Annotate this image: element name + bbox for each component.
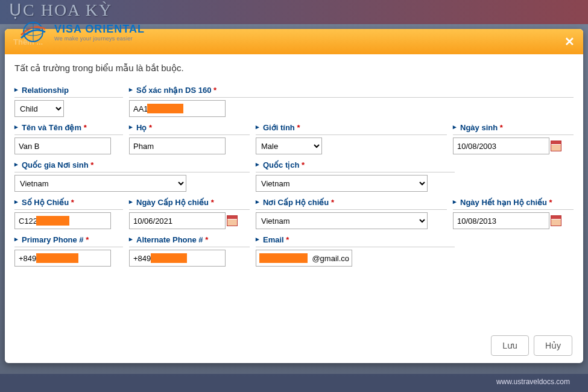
last-name-input[interactable] xyxy=(129,138,226,154)
label-passport-expiry: Ngày Hết hạn Hộ chiếu * xyxy=(453,195,574,210)
label-relationship: Relationship xyxy=(14,83,123,98)
gender-select[interactable]: Male xyxy=(256,138,322,154)
redaction-overlay xyxy=(36,253,78,263)
label-passport-place: Nơi Cấp Hộ chiếu * xyxy=(256,195,447,210)
label-email: Email * xyxy=(256,233,455,247)
form-modal: Thêm ... ✕ Tất cả trường trong biểu mẫu … xyxy=(5,29,583,363)
label-last: Họ * xyxy=(129,121,250,135)
logo-watermark: VISA ORIENTAL We make your journeys easi… xyxy=(18,17,145,47)
relationship-select[interactable]: Child xyxy=(14,100,64,117)
redaction-overlay xyxy=(259,253,308,263)
redaction-overlay xyxy=(147,104,183,113)
redaction-overlay xyxy=(36,216,69,226)
background-footer: www.ustraveldocs.com xyxy=(0,374,588,392)
modal-body: Tất cả trường trong biểu mẫu là bắt buộc… xyxy=(5,54,583,328)
save-button[interactable]: Lưu xyxy=(491,335,529,356)
label-birth-country: Quốc gia Nơi sinh * xyxy=(14,158,250,172)
birth-country-select[interactable]: Vietnam xyxy=(14,175,186,192)
label-first-middle: Tên và Tên đệm * xyxy=(14,121,123,135)
label-primary-phone: Primary Phone # * xyxy=(14,233,123,247)
passport-expiry-input[interactable] xyxy=(453,212,549,229)
logo-sub-text: We make your journeys easier xyxy=(54,36,145,42)
cancel-button[interactable]: Hủy xyxy=(534,335,572,356)
label-dob: Ngày sinh * xyxy=(453,121,574,135)
passport-place-select[interactable]: Vietnam xyxy=(256,212,428,229)
label-passport-issue: Ngày Cấp Hộ chiếu * xyxy=(129,195,250,210)
logo-main-text: VISA ORIENTAL xyxy=(54,23,145,36)
globe-swoosh-icon xyxy=(18,17,48,47)
calendar-icon[interactable] xyxy=(551,141,561,151)
label-gender: Giới tính * xyxy=(256,121,447,135)
dob-input[interactable] xyxy=(453,138,549,154)
passport-issue-input[interactable] xyxy=(129,212,226,229)
nationality-select[interactable]: Vietnam xyxy=(256,175,428,192)
redaction-overlay xyxy=(151,253,187,263)
modal-footer: Lưu Hủy xyxy=(5,328,583,363)
form-required-note: Tất cả trường trong biểu mẫu là bắt buộc… xyxy=(14,63,574,74)
label-alt-phone: Alternate Phone # * xyxy=(129,233,250,247)
label-ds160: Số xác nhận DS 160 * xyxy=(129,83,574,98)
label-nationality: Quốc tịch * xyxy=(256,158,455,172)
calendar-icon[interactable] xyxy=(227,215,238,226)
calendar-icon[interactable] xyxy=(551,215,561,226)
label-passport-no: Số Hộ Chiếu * xyxy=(14,195,123,210)
first-middle-input[interactable] xyxy=(14,138,111,154)
close-icon[interactable]: ✕ xyxy=(564,34,575,49)
